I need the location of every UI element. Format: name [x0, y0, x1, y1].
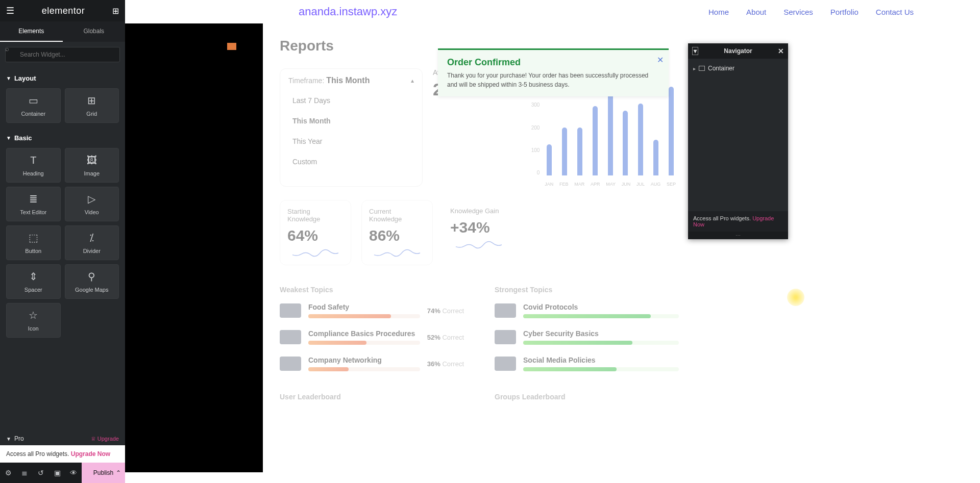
widget-divider[interactable]: ⁒Divider [65, 225, 119, 260]
timeframe-option[interactable]: This Year [288, 131, 414, 151]
knowledge-card-gain: Knowledge Gain +34% [443, 200, 514, 265]
widget-spacer[interactable]: ⇕Spacer [6, 264, 61, 299]
canvas-dark-strip [125, 23, 263, 472]
chevron-up-icon[interactable]: ⌃ [116, 469, 121, 476]
promo-bar: Access all Pro widgets. Upgrade Now [0, 445, 125, 463]
panel-header: ☰ elementor ⊞ [0, 0, 125, 21]
toast-message: Thank you for your purchase! Your order … [447, 71, 659, 89]
caret-down-icon: ▼ [6, 135, 11, 141]
hamburger-icon[interactable]: ☰ [6, 5, 14, 16]
upgrade-now-link[interactable]: Upgrade Now [71, 450, 110, 457]
panel-footer: ⚙ ≣ ↺ ▣ 👁 Publish ⌃ [0, 463, 125, 483]
topic-row: Company Networking 36% Correct [280, 356, 464, 371]
widget-image[interactable]: 🖼Image [65, 148, 119, 183]
caret-down-icon: ▼ [6, 436, 11, 442]
container-icon: ▭ [29, 94, 38, 107]
widget-text-editor[interactable]: ≣Text Editor [6, 187, 61, 221]
strongest-topics: Strongest Topics Covid Protocols Cyber S… [495, 286, 679, 383]
widget-container[interactable]: ▭ Container [6, 88, 61, 123]
close-icon[interactable]: ✕ [778, 47, 784, 55]
nav-portfolio[interactable]: Portfolio [830, 8, 859, 16]
settings-icon[interactable]: ⚙ [0, 469, 16, 477]
nav-contact[interactable]: Contact Us [876, 8, 914, 16]
top-bar: ananda.instawp.xyz Home About Services P… [125, 0, 980, 23]
star-icon: ☆ [29, 309, 38, 321]
text-editor-icon: ≣ [29, 193, 38, 205]
elementor-panel: ☰ elementor ⊞ Elements Globals ▼ Layout … [0, 0, 125, 483]
navigator-footer: Access all Pro widgets. Upgrade Now [688, 211, 788, 232]
apps-grid-icon[interactable]: ⊞ [112, 6, 119, 16]
cursor-highlight-icon [787, 289, 804, 306]
section-layout: ▼ Layout ▭ Container ⊞ Grid [0, 67, 125, 127]
image-icon: 🖼 [87, 155, 97, 166]
order-confirmed-toast: ✕ Order Confirmed Thank you for your pur… [438, 48, 669, 96]
caret-down-icon: ▼ [6, 75, 11, 81]
close-icon[interactable]: ✕ [657, 55, 664, 65]
elementor-logo: elementor [42, 6, 85, 16]
topic-row: Food Safety 74% Correct [280, 303, 464, 318]
publish-button[interactable]: Publish ⌃ [82, 463, 125, 483]
dock-icon[interactable]: ▾ [692, 47, 698, 55]
sparkline-icon [450, 240, 507, 249]
widget-icon[interactable]: ☆Icon [6, 303, 61, 338]
pro-label: Pro [14, 435, 24, 442]
chevron-up-icon: ▴ [411, 77, 414, 84]
widget-video[interactable]: ▷Video [65, 187, 119, 221]
section-basic: ▼ Basic THeading 🖼Image ≣Text Editor ▷Vi… [0, 127, 125, 342]
history-icon[interactable]: ↺ [33, 469, 49, 477]
sparkline-icon [287, 248, 344, 258]
container-icon [699, 66, 705, 71]
video-icon: ▷ [88, 193, 95, 205]
tab-elements[interactable]: Elements [0, 21, 63, 42]
caret-right-icon: ▸ [693, 66, 696, 71]
section-header-layout[interactable]: ▼ Layout [6, 71, 119, 85]
upgrade-link[interactable]: ♕ Upgrade [91, 436, 119, 442]
group-leaderboard-header: Groups Leaderboard [495, 393, 679, 401]
site-url: ananda.instawp.xyz [299, 5, 397, 18]
tab-globals[interactable]: Globals [63, 21, 126, 42]
nav-services[interactable]: Services [783, 8, 813, 16]
user-leaderboard-header: User Leaderboard [280, 393, 464, 401]
section-header-basic[interactable]: ▼ Basic [6, 131, 119, 145]
top-nav: Home About Services Portfolio Contact Us [708, 8, 960, 16]
section-title: Basic [14, 134, 32, 142]
navigator-item-container[interactable]: ▸ Container [692, 63, 784, 74]
section-header-pro[interactable]: ▼ Pro ♕ Upgrade [0, 432, 125, 445]
widget-button[interactable]: ⬚Button [6, 225, 61, 260]
navigator-panel: ▾ Navigator ✕ ▸ Container Access all Pro… [688, 43, 788, 239]
topic-thumb [280, 357, 301, 371]
widget-google-maps[interactable]: ⚲Google Maps [65, 264, 119, 299]
topic-thumb [280, 303, 301, 318]
knowledge-card-starting: Starting Knowledge 64% [280, 200, 351, 265]
weakest-topics: Weakest Topics Food Safety 74% Correct C… [280, 286, 464, 383]
topic-row: Cyber Security Basics [495, 329, 679, 345]
preview-icon[interactable]: 👁 [65, 469, 82, 477]
responsive-icon[interactable]: ▣ [49, 469, 65, 477]
panel-tabs: Elements Globals [0, 21, 125, 42]
grid-icon: ⊞ [87, 94, 96, 107]
navigator-header[interactable]: ▾ Navigator ✕ [688, 43, 788, 59]
timeframe-option[interactable]: Custom [288, 151, 414, 172]
topic-row: Covid Protocols [495, 303, 679, 318]
search-input[interactable] [5, 47, 120, 62]
timeframe-card: Timeframe: This Month ▴ Last 7 Days This… [280, 68, 423, 187]
button-icon: ⬚ [29, 232, 38, 244]
map-icon: ⚲ [88, 270, 95, 283]
knowledge-card-current: Current Knowledge 86% [361, 200, 433, 265]
widget-heading[interactable]: THeading [6, 148, 61, 183]
topic-thumb [280, 330, 301, 344]
timeframe-option[interactable]: Last 7 Days [288, 90, 414, 111]
timeframe-header[interactable]: Timeframe: This Month ▴ [288, 76, 414, 85]
app-logo-icon [227, 43, 236, 50]
spacer-icon: ⇕ [29, 270, 38, 283]
topic-row: Social Media Policies [495, 356, 679, 371]
nav-home[interactable]: Home [708, 8, 729, 16]
topic-thumb [495, 330, 516, 344]
resize-handle-icon[interactable]: ⋯ [688, 232, 788, 239]
timeframe-option[interactable]: This Month [288, 111, 414, 131]
widget-grid[interactable]: ⊞ Grid [65, 88, 119, 123]
nav-about[interactable]: About [746, 8, 766, 16]
sparkline-icon [369, 248, 425, 258]
heading-icon: T [30, 155, 36, 166]
structure-icon[interactable]: ≣ [16, 469, 33, 477]
